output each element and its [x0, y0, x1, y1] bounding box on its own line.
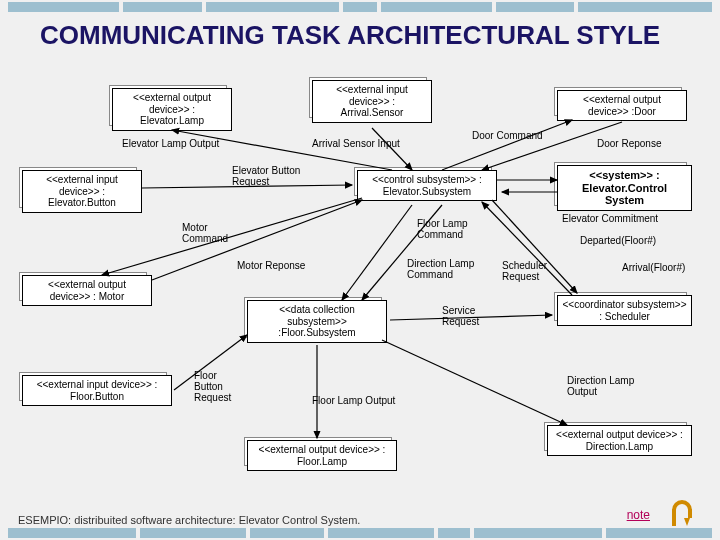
svg-line-3 — [442, 120, 572, 170]
box-elevator-subsystem: <<control subsystem>> : Elevator.Subsyst… — [357, 170, 497, 201]
label-arrival: Arrival(Floor#) — [622, 262, 685, 273]
label-arrival-sensor-input: Arrival Sensor Input — [312, 138, 400, 149]
box-floor-button: <<external input device>> : Floor.Button — [22, 375, 172, 406]
label-elevator-lamp-output: Elevator Lamp Output — [122, 138, 219, 149]
label-service-request: Service Request — [442, 305, 479, 327]
label-floor-lamp-command: Floor Lamp Command — [417, 218, 468, 240]
label-motor-command: Motor Command — [182, 222, 228, 244]
label-floor-lamp-output: Floor Lamp Output — [312, 395, 395, 406]
note-link[interactable]: note — [627, 508, 650, 522]
label-direction-lamp-output: Direction Lamp Output — [567, 375, 634, 397]
box-direction-lamp: <<external output device>> : Direction.L… — [547, 425, 692, 456]
svg-line-8 — [342, 205, 412, 300]
box-elevator-lamp: <<external output device>> : Elevator.La… — [112, 88, 232, 131]
svg-line-17 — [382, 340, 567, 425]
label-elevator-button-request: Elevator Button Request — [232, 165, 300, 187]
svg-marker-18 — [684, 518, 690, 526]
label-direction-lamp-command: Direction Lamp Command — [407, 258, 474, 280]
label-scheduler-request: Scheduler Request — [502, 260, 547, 282]
box-elevator-button: <<external input device>> : Elevator.But… — [22, 170, 142, 213]
svg-line-2 — [372, 128, 412, 170]
diagram-caption: ESEMPIO: distribuited software architect… — [18, 514, 360, 526]
label-departed: Departed(Floor#) — [580, 235, 656, 246]
diagram-title: COMMUNICATING TASK ARCHITECTURAL STYLE — [40, 20, 660, 51]
box-arrival-sensor: <<external input device>> : Arrival.Sens… — [312, 80, 432, 123]
label-motor-response: Motor Reponse — [237, 260, 305, 271]
box-elevator-control-system: <<system>> : Elevator.Control System — [557, 165, 692, 211]
box-floor-subsystem: <<data collection subsystem>> :Floor.Sub… — [247, 300, 387, 343]
box-scheduler: <<coordinator subsystem>> : Scheduler — [557, 295, 692, 326]
label-door-command: Door Command — [472, 130, 543, 141]
box-door: <<external output device>> :Door — [557, 90, 687, 121]
label-floor-button-request: Floor Button Request — [194, 370, 231, 403]
label-door-response: Door Reponse — [597, 138, 661, 149]
svg-line-1 — [172, 130, 392, 170]
box-floor-lamp: <<external output device>> : Floor.Lamp — [247, 440, 397, 471]
box-motor: <<external output device>> : Motor — [22, 275, 152, 306]
return-icon[interactable] — [664, 498, 696, 530]
diagram-canvas: <<external output device>> : Elevator.La… — [12, 80, 708, 505]
label-elevator-commitment: Elevator Commitment — [562, 213, 658, 224]
